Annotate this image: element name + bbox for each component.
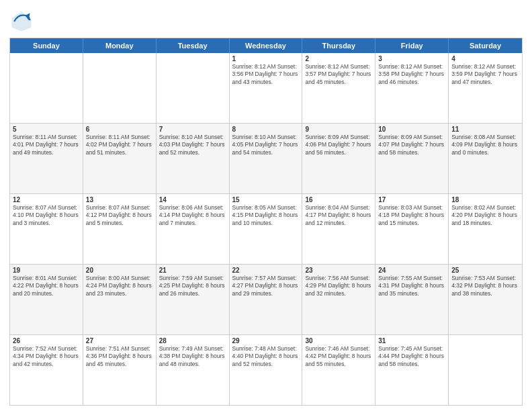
cell-info: Sunrise: 7:46 AM Sunset: 4:42 PM Dayligh… bbox=[305, 345, 372, 368]
cell-info: Sunrise: 8:00 AM Sunset: 4:24 PM Dayligh… bbox=[86, 275, 153, 298]
day-number: 14 bbox=[159, 196, 226, 203]
day-number: 22 bbox=[232, 267, 300, 274]
calendar-cell: 25Sunrise: 7:53 AM Sunset: 4:32 PM Dayli… bbox=[449, 265, 522, 334]
cell-info: Sunrise: 8:04 AM Sunset: 4:17 PM Dayligh… bbox=[305, 204, 372, 227]
cell-info: Sunrise: 8:07 AM Sunset: 4:12 PM Dayligh… bbox=[86, 204, 153, 227]
day-number: 1 bbox=[232, 55, 300, 62]
cell-info: Sunrise: 7:52 AM Sunset: 4:34 PM Dayligh… bbox=[13, 345, 80, 368]
cell-info: Sunrise: 7:55 AM Sunset: 4:31 PM Dayligh… bbox=[378, 275, 445, 298]
calendar-cell: 21Sunrise: 7:59 AM Sunset: 4:25 PM Dayli… bbox=[157, 265, 230, 334]
calendar-row-2: 5Sunrise: 8:11 AM Sunset: 4:01 PM Daylig… bbox=[10, 123, 522, 193]
logo bbox=[9, 9, 36, 34]
day-number: 2 bbox=[305, 55, 372, 62]
cell-info: Sunrise: 8:10 AM Sunset: 4:05 PM Dayligh… bbox=[232, 134, 300, 156]
weekday-header-tuesday: Tuesday bbox=[157, 38, 230, 53]
calendar-cell: 3Sunrise: 8:12 AM Sunset: 3:58 PM Daylig… bbox=[375, 53, 449, 123]
calendar-cell: 2Sunrise: 8:12 AM Sunset: 3:57 PM Daylig… bbox=[302, 53, 375, 123]
cell-info: Sunrise: 8:05 AM Sunset: 4:15 PM Dayligh… bbox=[232, 204, 300, 227]
calendar-cell: 17Sunrise: 8:03 AM Sunset: 4:18 PM Dayli… bbox=[375, 194, 449, 264]
day-number: 10 bbox=[378, 126, 445, 133]
cell-info: Sunrise: 8:12 AM Sunset: 3:57 PM Dayligh… bbox=[305, 63, 372, 86]
day-number: 11 bbox=[451, 126, 519, 133]
cell-info: Sunrise: 8:11 AM Sunset: 4:02 PM Dayligh… bbox=[86, 134, 153, 156]
day-number: 25 bbox=[451, 267, 519, 274]
day-number: 21 bbox=[159, 267, 226, 274]
calendar-cell: 23Sunrise: 7:56 AM Sunset: 4:29 PM Dayli… bbox=[302, 265, 375, 334]
day-number: 28 bbox=[159, 337, 226, 345]
calendar-cell: 30Sunrise: 7:46 AM Sunset: 4:42 PM Dayli… bbox=[302, 335, 375, 405]
cell-info: Sunrise: 8:03 AM Sunset: 4:18 PM Dayligh… bbox=[378, 204, 445, 227]
cell-info: Sunrise: 8:07 AM Sunset: 4:10 PM Dayligh… bbox=[13, 204, 80, 227]
calendar-cell bbox=[10, 53, 83, 123]
cell-info: Sunrise: 7:56 AM Sunset: 4:29 PM Dayligh… bbox=[305, 275, 372, 298]
calendar-row-5: 26Sunrise: 7:52 AM Sunset: 4:34 PM Dayli… bbox=[10, 334, 522, 405]
day-number: 13 bbox=[86, 196, 153, 203]
calendar-cell bbox=[449, 335, 522, 405]
weekday-header-thursday: Thursday bbox=[302, 38, 375, 53]
calendar-cell bbox=[157, 53, 230, 123]
day-number: 17 bbox=[378, 196, 445, 203]
cell-info: Sunrise: 8:08 AM Sunset: 4:09 PM Dayligh… bbox=[451, 134, 519, 156]
cell-info: Sunrise: 7:49 AM Sunset: 4:38 PM Dayligh… bbox=[159, 345, 226, 368]
day-number: 4 bbox=[451, 55, 519, 62]
weekday-header-monday: Monday bbox=[83, 38, 157, 53]
calendar-cell: 13Sunrise: 8:07 AM Sunset: 4:12 PM Dayli… bbox=[83, 194, 157, 264]
cell-info: Sunrise: 8:10 AM Sunset: 4:03 PM Dayligh… bbox=[159, 134, 226, 156]
calendar-cell: 11Sunrise: 8:08 AM Sunset: 4:09 PM Dayli… bbox=[449, 124, 522, 193]
calendar-cell: 27Sunrise: 7:51 AM Sunset: 4:36 PM Dayli… bbox=[83, 335, 157, 405]
day-number: 5 bbox=[13, 126, 80, 133]
calendar-cell: 19Sunrise: 8:01 AM Sunset: 4:22 PM Dayli… bbox=[10, 265, 83, 334]
calendar-cell: 15Sunrise: 8:05 AM Sunset: 4:15 PM Dayli… bbox=[230, 194, 303, 264]
day-number: 12 bbox=[13, 196, 80, 203]
calendar-cell: 8Sunrise: 8:10 AM Sunset: 4:05 PM Daylig… bbox=[230, 124, 303, 193]
calendar-cell: 7Sunrise: 8:10 AM Sunset: 4:03 PM Daylig… bbox=[157, 124, 230, 193]
day-number: 26 bbox=[13, 337, 80, 345]
calendar: SundayMondayTuesdayWednesdayThursdayFrid… bbox=[9, 38, 523, 406]
calendar-cell: 22Sunrise: 7:57 AM Sunset: 4:27 PM Dayli… bbox=[230, 265, 303, 334]
calendar-header: SundayMondayTuesdayWednesdayThursdayFrid… bbox=[10, 38, 522, 53]
cell-info: Sunrise: 7:59 AM Sunset: 4:25 PM Dayligh… bbox=[159, 275, 226, 298]
day-number: 15 bbox=[232, 196, 300, 203]
page-container: SundayMondayTuesdayWednesdayThursdayFrid… bbox=[0, 0, 532, 411]
calendar-cell: 24Sunrise: 7:55 AM Sunset: 4:31 PM Dayli… bbox=[375, 265, 449, 334]
header bbox=[9, 7, 523, 34]
day-number: 31 bbox=[378, 337, 445, 345]
cell-info: Sunrise: 7:48 AM Sunset: 4:40 PM Dayligh… bbox=[232, 345, 300, 368]
calendar-cell: 4Sunrise: 8:12 AM Sunset: 3:59 PM Daylig… bbox=[449, 53, 522, 123]
calendar-cell bbox=[83, 53, 157, 123]
day-number: 18 bbox=[451, 196, 519, 203]
weekday-header-friday: Friday bbox=[375, 38, 449, 53]
day-number: 8 bbox=[232, 126, 300, 133]
calendar-cell: 20Sunrise: 8:00 AM Sunset: 4:24 PM Dayli… bbox=[83, 265, 157, 334]
calendar-body: 1Sunrise: 8:12 AM Sunset: 3:56 PM Daylig… bbox=[10, 53, 522, 405]
day-number: 27 bbox=[86, 337, 153, 345]
day-number: 3 bbox=[378, 55, 445, 62]
cell-info: Sunrise: 7:53 AM Sunset: 4:32 PM Dayligh… bbox=[451, 275, 519, 298]
cell-info: Sunrise: 8:02 AM Sunset: 4:20 PM Dayligh… bbox=[451, 204, 519, 227]
calendar-cell: 14Sunrise: 8:06 AM Sunset: 4:14 PM Dayli… bbox=[157, 194, 230, 264]
cell-info: Sunrise: 7:57 AM Sunset: 4:27 PM Dayligh… bbox=[232, 275, 300, 298]
calendar-cell: 10Sunrise: 8:09 AM Sunset: 4:07 PM Dayli… bbox=[375, 124, 449, 193]
weekday-header-saturday: Saturday bbox=[449, 38, 522, 53]
calendar-cell: 16Sunrise: 8:04 AM Sunset: 4:17 PM Dayli… bbox=[302, 194, 375, 264]
day-number: 29 bbox=[232, 337, 300, 345]
day-number: 30 bbox=[305, 337, 372, 345]
day-number: 19 bbox=[13, 267, 80, 274]
cell-info: Sunrise: 7:51 AM Sunset: 4:36 PM Dayligh… bbox=[86, 345, 153, 368]
calendar-cell: 31Sunrise: 7:45 AM Sunset: 4:44 PM Dayli… bbox=[375, 335, 449, 405]
calendar-cell: 1Sunrise: 8:12 AM Sunset: 3:56 PM Daylig… bbox=[230, 53, 303, 123]
day-number: 7 bbox=[159, 126, 226, 133]
cell-info: Sunrise: 7:45 AM Sunset: 4:44 PM Dayligh… bbox=[378, 345, 445, 368]
cell-info: Sunrise: 8:12 AM Sunset: 3:58 PM Dayligh… bbox=[378, 63, 445, 86]
cell-info: Sunrise: 8:12 AM Sunset: 3:59 PM Dayligh… bbox=[451, 63, 519, 86]
calendar-row-1: 1Sunrise: 8:12 AM Sunset: 3:56 PM Daylig… bbox=[10, 53, 522, 123]
day-number: 24 bbox=[378, 267, 445, 274]
weekday-header-sunday: Sunday bbox=[10, 38, 83, 53]
calendar-cell: 26Sunrise: 7:52 AM Sunset: 4:34 PM Dayli… bbox=[10, 335, 83, 405]
day-number: 23 bbox=[305, 267, 372, 274]
cell-info: Sunrise: 8:06 AM Sunset: 4:14 PM Dayligh… bbox=[159, 204, 226, 227]
day-number: 9 bbox=[305, 126, 372, 133]
logo-icon bbox=[9, 9, 34, 34]
calendar-row-3: 12Sunrise: 8:07 AM Sunset: 4:10 PM Dayli… bbox=[10, 193, 522, 264]
calendar-cell: 5Sunrise: 8:11 AM Sunset: 4:01 PM Daylig… bbox=[10, 124, 83, 193]
